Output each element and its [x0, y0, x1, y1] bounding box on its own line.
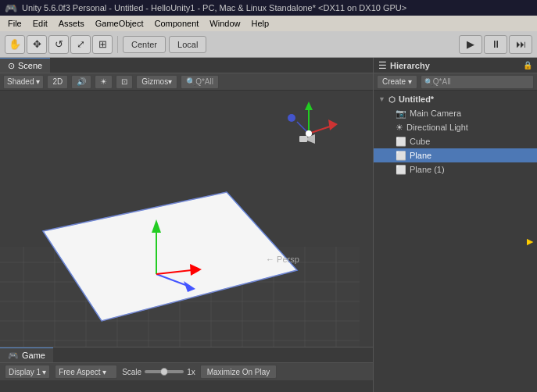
hierarchy-item-plane[interactable]: ⬜ Plane	[374, 148, 537, 162]
scene-expand-arrow: ▼	[378, 95, 385, 103]
hierarchy-title: Hierarchy	[390, 61, 520, 70]
display-dropdown[interactable]: Display 1 ▾	[5, 365, 50, 379]
move-tool-button[interactable]: ✥	[27, 35, 47, 54]
rect-tool-button[interactable]: ⊞	[92, 35, 113, 54]
scale-tool-button[interactable]: ⤢	[70, 35, 91, 54]
maximize-on-play-button[interactable]: Maximize On Play	[200, 365, 277, 379]
game-toolbar: Display 1 ▾ Free Aspect ▾ Scale 1x Maxim…	[0, 363, 373, 380]
scene-tab-bar: ⊙ Scene	[0, 58, 373, 73]
svg-rect-38	[299, 136, 307, 142]
camera-icon: 📷	[396, 109, 406, 119]
lock-icon[interactable]: 🔒	[523, 61, 532, 69]
svg-point-36	[288, 114, 295, 122]
hierarchy-item-cube[interactable]: ⬜ Cube	[374, 134, 537, 148]
search-scene-input[interactable]: 🔍 Q*All	[181, 75, 219, 89]
game-tab[interactable]: 🎮 Game	[0, 347, 53, 362]
transform-tools: ✋ ✥ ↺ ⤢ ⊞	[5, 35, 113, 54]
scene-tab-icon: ⊙	[8, 61, 15, 71]
svg-marker-34	[328, 119, 338, 130]
scene-tab-label: Scene	[18, 61, 42, 70]
create-button[interactable]: Create ▾	[377, 75, 417, 89]
menu-bar: File Edit Assets GameObject Component Wi…	[0, 16, 537, 31]
unity-icon: 🎮	[5, 2, 17, 14]
scene-root-label: Untitled*	[399, 94, 434, 104]
svg-line-33	[309, 126, 332, 134]
play-controls: ▶ ⏸ ⏭	[459, 35, 532, 54]
local-button[interactable]: Local	[169, 36, 206, 53]
scene-unity-icon: ⬡	[388, 95, 396, 104]
yellow-indicator: ►	[524, 235, 535, 248]
plane-1-icon: ⬜	[396, 165, 406, 175]
svg-marker-20	[43, 192, 297, 321]
step-button[interactable]: ⏭	[509, 35, 532, 54]
plane-1-label: Plane (1)	[410, 165, 445, 174]
menu-file[interactable]: File	[3, 18, 27, 29]
hierarchy-search-icon: 🔍	[424, 78, 433, 86]
scene-viewport[interactable]: ← Persp	[0, 91, 373, 347]
play-button[interactable]: ▶	[459, 35, 482, 54]
hierarchy-tree: ▼ ⬡ Untitled* 📷 Main Camera ☀ Directiona…	[374, 91, 537, 392]
game-tab-label: Game	[22, 351, 45, 360]
hierarchy-item-plane-1[interactable]: ⬜ Plane (1)	[374, 162, 537, 176]
hierarchy-header: ☰ Hierarchy 🔒	[374, 58, 537, 73]
shading-dropdown[interactable]: Shaded ▾	[3, 75, 44, 89]
menu-assets[interactable]: Assets	[54, 18, 89, 29]
rotate-tool-button[interactable]: ↺	[48, 35, 69, 54]
hierarchy-item-main-camera[interactable]: 📷 Main Camera	[374, 106, 537, 120]
center-button[interactable]: Center	[123, 36, 166, 53]
scene-root-item[interactable]: ▼ ⬡ Untitled*	[374, 92, 537, 106]
shading-chevron-icon: ▾	[36, 77, 40, 86]
svg-text:← Persp: ← Persp	[266, 255, 299, 264]
hand-tool-button[interactable]: ✋	[5, 35, 25, 54]
title-bar: 🎮 Unity 5.6.0f3 Personal - Untitled - He…	[0, 0, 537, 16]
light-icon: ☀	[396, 123, 403, 133]
scene-3d-objects: ← Persp	[0, 91, 373, 347]
hierarchy-toolbar: Create ▾ 🔍 Q*All	[374, 73, 537, 91]
hierarchy-item-directional-light[interactable]: ☀ Directional Light	[374, 120, 537, 134]
hierarchy-panel: ☰ Hierarchy 🔒 Create ▾ 🔍 Q*All ▼ ⬡ Untit…	[373, 58, 537, 392]
menu-help[interactable]: Help	[246, 18, 274, 29]
scale-slider-thumb[interactable]	[160, 368, 168, 376]
hierarchy-search[interactable]: 🔍 Q*All	[421, 75, 534, 89]
scene-tab[interactable]: ⊙ Scene	[0, 58, 50, 73]
game-tab-icon: 🎮	[8, 351, 19, 361]
scene-toolbar: Shaded ▾ 2D 🔊 ☀ ⊡ Gizmos▾ 🔍 Q*All	[0, 73, 373, 91]
menu-component[interactable]: Component	[149, 18, 203, 29]
directional-light-label: Directional Light	[406, 123, 468, 132]
cube-icon: ⬜	[396, 137, 406, 147]
title-text: Unity 5.6.0f3 Personal - Untitled - Hell…	[22, 3, 406, 12]
svg-marker-32	[305, 102, 313, 110]
gizmos-button[interactable]: Gizmos▾	[136, 75, 177, 89]
audio-button[interactable]: 🔊	[71, 75, 91, 89]
main-camera-label: Main Camera	[410, 109, 461, 118]
main-layout: ⊙ Scene Shaded ▾ 2D 🔊 ☀ ⊡ Gizmos▾ 🔍 Q*Al…	[0, 58, 537, 392]
fx-button[interactable]: ☀	[95, 75, 113, 89]
aspect-dropdown[interactable]: Free Aspect ▾	[55, 365, 117, 379]
menu-edit[interactable]: Edit	[28, 18, 52, 29]
scale-slider[interactable]	[145, 370, 184, 373]
toolbar-separator-1	[117, 36, 118, 53]
left-panel: ⊙ Scene Shaded ▾ 2D 🔊 ☀ ⊡ Gizmos▾ 🔍 Q*Al…	[0, 58, 373, 392]
scale-value: 1x	[187, 368, 195, 376]
scale-control: Scale 1x	[122, 368, 195, 376]
svg-point-37	[306, 130, 312, 137]
plane-icon: ⬜	[396, 151, 406, 161]
2d-button[interactable]: 2D	[47, 75, 68, 89]
sky-button[interactable]: ⊡	[116, 75, 133, 89]
cube-label: Cube	[410, 137, 430, 146]
game-tab-bar: 🎮 Game	[0, 347, 373, 363]
menu-window[interactable]: Window	[205, 18, 245, 29]
pause-button[interactable]: ⏸	[484, 35, 507, 54]
aspect-chevron-icon: ▾	[102, 368, 106, 376]
search-icon: 🔍	[186, 77, 195, 86]
toolbar: ✋ ✥ ↺ ⤢ ⊞ Center Local ▶ ⏸ ⏭	[0, 31, 537, 58]
plane-label: Plane	[410, 151, 431, 160]
display-chevron-icon: ▾	[42, 368, 46, 376]
menu-gameobject[interactable]: GameObject	[91, 18, 149, 29]
hierarchy-menu-icon: ☰	[378, 60, 387, 71]
game-panel: 🎮 Game Display 1 ▾ Free Aspect ▾ Scale	[0, 347, 373, 392]
hierarchy-header-icons: 🔒	[523, 61, 532, 69]
